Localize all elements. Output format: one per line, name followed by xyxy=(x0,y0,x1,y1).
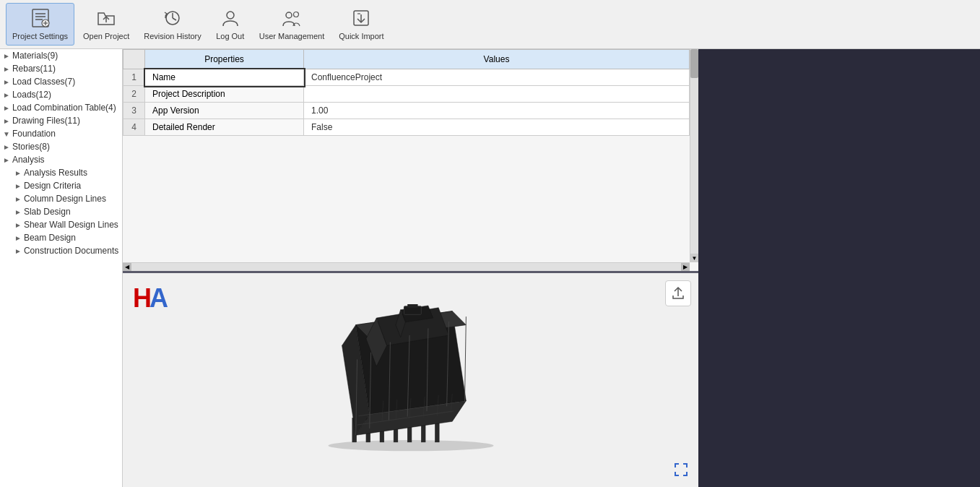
upload-button[interactable] xyxy=(665,280,691,306)
expand-icon: ► xyxy=(3,65,10,73)
quick-import-label: Quick Import xyxy=(339,32,383,41)
property-name-name[interactable]: Name xyxy=(145,69,304,86)
sidebar-item-load-combination-table[interactable]: ► Load Combination Table(4) xyxy=(0,101,122,114)
app-logo: H A xyxy=(131,282,168,311)
sidebar-item-design-criteria[interactable]: ► Design Criteria xyxy=(0,179,122,192)
revision-history-icon xyxy=(161,7,184,30)
quick-import-button[interactable]: Quick Import xyxy=(333,4,389,44)
property-value-name[interactable]: ConfluenceProject xyxy=(304,69,690,86)
project-settings-icon xyxy=(29,7,52,30)
user-management-button[interactable]: User Management xyxy=(253,4,331,44)
logo-icon: H A xyxy=(131,282,168,311)
property-name-detailed-render[interactable]: Detailed Render xyxy=(145,119,304,136)
property-value-detailed-render[interactable]: False xyxy=(304,119,690,136)
row-number: 1 xyxy=(123,69,145,86)
svg-point-11 xyxy=(227,12,234,19)
sidebar-item-beam-design[interactable]: ► Beam Design xyxy=(0,231,122,244)
revision-history-button[interactable]: Revision History xyxy=(138,4,207,44)
row-number: 4 xyxy=(123,119,145,136)
svg-rect-52 xyxy=(407,304,417,308)
sidebar-item-column-design-lines[interactable]: ► Column Design Lines xyxy=(0,192,122,205)
quick-import-icon xyxy=(350,7,373,30)
horizontal-scroll-thumb xyxy=(131,264,681,270)
sidebar-item-shear-wall-design-lines[interactable]: ► Shear Wall Design Lines xyxy=(0,218,122,231)
properties-table: Properties Values 1 Name ConfluenceProje… xyxy=(123,49,690,136)
vertical-scroll-thumb[interactable] xyxy=(690,49,698,78)
expand-icon: ► xyxy=(14,247,22,255)
expand-icon: ► xyxy=(3,156,10,164)
sidebar-item-construction-documents[interactable]: ► Construction Documents xyxy=(0,244,122,257)
main-area: ► Materials(9) ► Rebars(11) ► Load Class… xyxy=(0,49,980,487)
property-value-app-version[interactable]: 1.00 xyxy=(304,103,690,119)
project-settings-button[interactable]: Project Settings xyxy=(6,3,74,45)
main-toolbar: Project Settings Open Project Revision H… xyxy=(0,0,980,49)
expand-icon: ► xyxy=(14,208,22,216)
properties-area: Properties Values 1 Name ConfluenceProje… xyxy=(123,49,698,273)
sidebar-item-stories[interactable]: ► Stories(8) xyxy=(0,140,122,153)
open-project-icon xyxy=(95,7,118,30)
table-row[interactable]: 2 Project Description xyxy=(123,86,690,103)
property-name-app-version[interactable]: App Version xyxy=(145,103,304,119)
sidebar-item-analysis-results[interactable]: ► Analysis Results xyxy=(0,166,122,179)
expand-icon: ► xyxy=(3,52,10,60)
expand-icon: ► xyxy=(14,234,22,242)
table-row[interactable]: 4 Detailed Render False xyxy=(123,119,690,136)
building-3d-model xyxy=(295,304,526,456)
scroll-right-btn[interactable]: ▶ xyxy=(681,263,690,272)
row-number: 2 xyxy=(123,86,145,103)
right-dark-panel xyxy=(698,49,980,487)
expand-icon: ► xyxy=(3,117,10,125)
expand-icon: ► xyxy=(3,143,10,151)
expand-viewport-button[interactable] xyxy=(671,460,691,480)
expand-icon: ► xyxy=(14,221,22,229)
expand-icon: ► xyxy=(3,91,10,99)
sidebar-item-slab-design[interactable]: ► Slab Design xyxy=(0,205,122,218)
property-value-description[interactable] xyxy=(304,86,690,103)
table-row[interactable]: 1 Name ConfluenceProject xyxy=(123,69,690,86)
log-out-button[interactable]: Log Out xyxy=(210,4,251,44)
expand-icon: ► xyxy=(3,78,10,86)
row-number: 3 xyxy=(123,103,145,119)
svg-text:A: A xyxy=(149,283,168,311)
properties-column-header: Properties xyxy=(145,50,304,69)
sidebar-item-foundation[interactable]: ▼ Foundation xyxy=(0,127,122,140)
expand-icon: ▼ xyxy=(3,130,10,138)
values-column-header: Values xyxy=(304,50,690,69)
svg-point-12 xyxy=(286,12,292,18)
user-management-label: User Management xyxy=(259,32,325,41)
right-panel: Properties Values 1 Name ConfluenceProje… xyxy=(123,49,698,487)
sidebar-item-analysis[interactable]: ► Analysis xyxy=(0,153,122,166)
sidebar: ► Materials(9) ► Rebars(11) ► Load Class… xyxy=(0,49,123,487)
sidebar-item-loads[interactable]: ► Loads(12) xyxy=(0,88,122,101)
svg-line-50 xyxy=(464,316,466,402)
scroll-left-btn[interactable]: ◀ xyxy=(123,263,131,272)
open-project-button[interactable]: Open Project xyxy=(77,4,135,44)
svg-line-10 xyxy=(173,18,176,20)
expand-icon: ► xyxy=(14,169,22,177)
log-out-icon xyxy=(219,7,242,30)
scroll-down-btn[interactable]: ▼ xyxy=(690,254,698,262)
svg-point-13 xyxy=(293,12,298,17)
properties-scroll[interactable]: Properties Values 1 Name ConfluenceProje… xyxy=(123,49,690,262)
expand-icon: ► xyxy=(3,104,10,112)
sidebar-item-rebars[interactable]: ► Rebars(11) xyxy=(0,62,122,75)
expand-icon: ► xyxy=(14,195,22,203)
sidebar-item-drawing-files[interactable]: ► Drawing Files(11) xyxy=(0,114,122,127)
revision-history-label: Revision History xyxy=(144,32,201,41)
sidebar-item-materials[interactable]: ► Materials(9) xyxy=(0,49,122,62)
viewport-area: H A xyxy=(123,273,698,487)
user-management-icon xyxy=(280,7,303,30)
vertical-scrollbar[interactable]: ▼ xyxy=(690,49,698,262)
expand-icon xyxy=(673,462,689,478)
building-svg xyxy=(295,304,526,456)
expand-icon: ► xyxy=(14,182,22,190)
table-row[interactable]: 3 App Version 1.00 xyxy=(123,103,690,119)
horizontal-scrollbar[interactable]: ◀ ▶ xyxy=(123,262,690,271)
open-project-label: Open Project xyxy=(83,32,129,41)
row-num-header xyxy=(123,50,145,69)
upload-icon xyxy=(670,285,686,301)
sidebar-item-load-classes[interactable]: ► Load Classes(7) xyxy=(0,75,122,88)
log-out-label: Log Out xyxy=(216,32,244,41)
project-settings-label: Project Settings xyxy=(12,32,68,41)
property-name-description[interactable]: Project Description xyxy=(145,86,304,103)
